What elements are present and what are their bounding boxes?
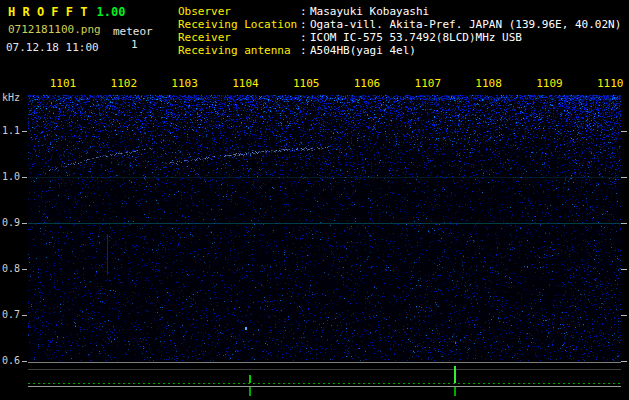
app-title: H R O F F T1.00 — [8, 5, 125, 19]
meteor-marker-tick — [249, 387, 251, 396]
meter-mid-line — [28, 369, 621, 370]
time-tick-1102: 1102 — [111, 77, 138, 90]
freq-tick-mark — [22, 223, 27, 224]
freq-tick-mark — [22, 315, 27, 316]
meter-top-line — [28, 362, 621, 363]
app-version: 1.00 — [96, 5, 125, 19]
meter-bottom-line — [28, 386, 621, 387]
info-label: Receiving Location — [178, 18, 300, 31]
info-separator: : — [300, 18, 310, 31]
info-label: Receiving antenna — [178, 44, 300, 57]
info-value: Ogata-vill. Akita-Pref. JAPAN (139.96E, … — [310, 18, 621, 31]
info-separator: : — [300, 31, 310, 44]
info-label: Observer — [178, 5, 300, 18]
info-value: Masayuki Kobayashi — [310, 5, 621, 18]
freq-tick-mark — [621, 223, 627, 224]
freq-tick-0.7: 0.7 — [2, 309, 20, 320]
meteor-counter-label: meteor — [113, 25, 153, 38]
signal-level-meter — [28, 362, 621, 387]
freq-tick-0.8: 0.8 — [2, 263, 20, 274]
time-tick-1108: 1108 — [475, 77, 502, 90]
time-tick-1110: 1110 — [597, 77, 624, 90]
meter-spike — [249, 375, 251, 383]
info-row-receiver: Receiver : ICOM IC-575 53.7492(8LCD)MHz … — [178, 31, 621, 44]
frequency-axis-unit: kHz — [2, 92, 20, 103]
meteor-marker-tick — [454, 387, 456, 396]
freq-tick-mark — [621, 177, 627, 178]
freq-tick-mark — [22, 177, 27, 178]
meter-baseline — [28, 383, 621, 384]
output-filename: 0712181100.png — [8, 23, 101, 36]
observation-datetime: 07.12.18 11:00 — [6, 41, 99, 54]
freq-tick-mark — [621, 361, 627, 362]
time-tick-1103: 1103 — [171, 77, 198, 90]
spectrogram-canvas — [28, 95, 621, 361]
info-label: Receiver — [178, 31, 300, 44]
freq-tick-0.9: 0.9 — [2, 217, 20, 228]
time-tick-1105: 1105 — [293, 77, 320, 90]
freq-tick-1.0: 1.0 — [2, 171, 20, 182]
info-row-observer: Observer : Masayuki Kobayashi — [178, 5, 621, 18]
time-tick-1107: 1107 — [415, 77, 442, 90]
freq-tick-mark — [621, 315, 627, 316]
station-info-block: Observer : Masayuki Kobayashi Receiving … — [178, 5, 621, 57]
app-title-text: H R O F F T — [8, 5, 87, 19]
freq-tick-mark — [22, 361, 27, 362]
info-separator: : — [300, 5, 310, 18]
info-row-antenna: Receiving antenna : A504HB(yagi 4el) — [178, 44, 621, 57]
freq-tick-mark — [621, 269, 627, 270]
info-row-location: Receiving Location : Ogata-vill. Akita-P… — [178, 18, 621, 31]
info-value: ICOM IC-575 53.7492(8LCD)MHz USB — [310, 31, 621, 44]
freq-tick-0.6: 0.6 — [2, 355, 20, 366]
freq-tick-mark — [621, 131, 627, 132]
time-tick-1104: 1104 — [232, 77, 259, 90]
freq-tick-mark — [22, 131, 27, 132]
time-tick-1109: 1109 — [536, 77, 563, 90]
meter-spike — [454, 366, 456, 383]
hrofft-spectrogram-image: H R O F F T1.00 0712181100.png meteor 1 … — [0, 0, 629, 400]
meteor-counter-value: 1 — [131, 38, 138, 51]
time-tick-1101: 1101 — [50, 77, 77, 90]
info-value: A504HB(yagi 4el) — [310, 44, 621, 57]
time-axis: 1101110211031104110511061107110811091110 — [0, 77, 629, 91]
time-tick-1106: 1106 — [354, 77, 381, 90]
info-separator: : — [300, 44, 310, 57]
freq-tick-1.1: 1.1 — [2, 125, 20, 136]
freq-tick-mark — [22, 269, 27, 270]
